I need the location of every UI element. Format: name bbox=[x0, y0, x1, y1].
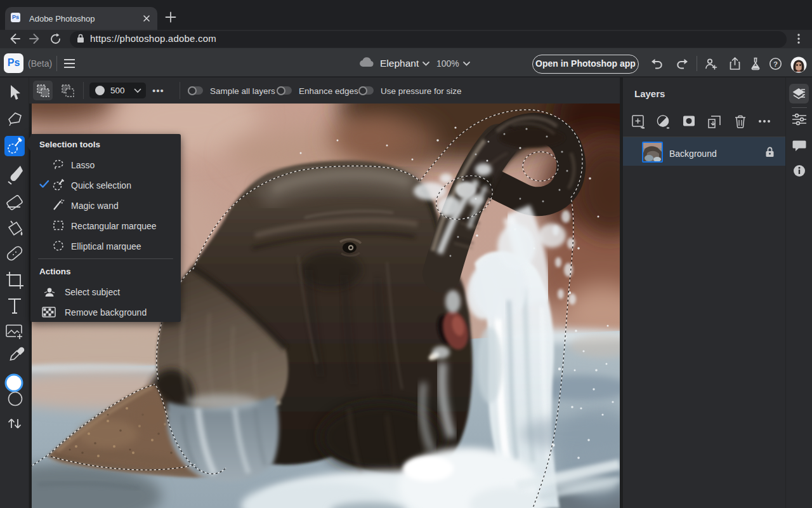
svg-text:?: ? bbox=[773, 60, 778, 68]
